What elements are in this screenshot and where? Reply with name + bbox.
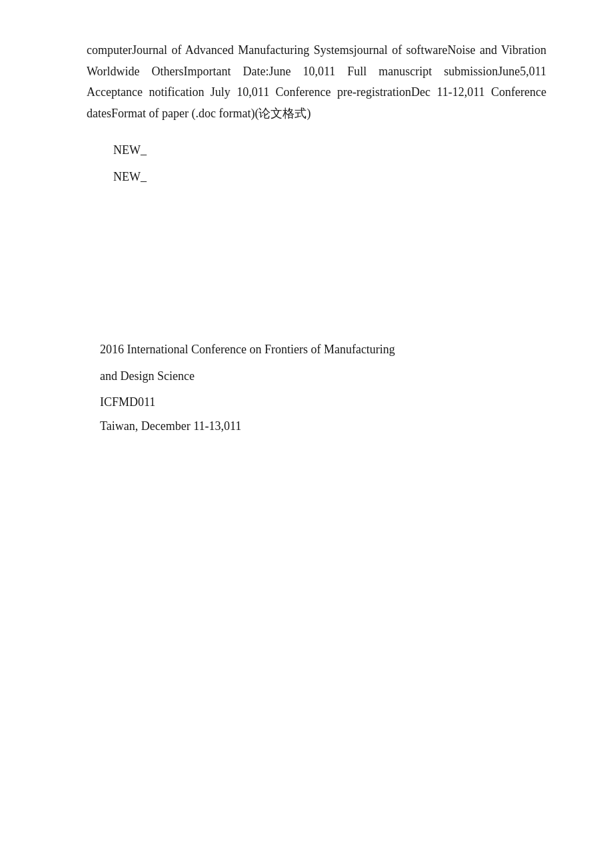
new-item-1: NEW_ bbox=[113, 140, 546, 161]
conference-title-line2: and Design Science bbox=[100, 366, 546, 387]
new-items-list: NEW_ NEW_ bbox=[87, 140, 546, 187]
main-paragraph: computerJournal of Advanced Manufacturin… bbox=[87, 40, 546, 124]
new-item-2: NEW_ bbox=[113, 167, 546, 188]
conference-title-line1: 2016 International Conference on Frontie… bbox=[100, 339, 546, 361]
conference-code: ICFMD011 bbox=[100, 392, 546, 413]
spacer bbox=[87, 193, 546, 326]
conference-block: 2016 International Conference on Frontie… bbox=[87, 339, 546, 437]
page-container: computerJournal of Advanced Manufacturin… bbox=[0, 0, 613, 868]
conference-location: Taiwan, December 11-13,011 bbox=[100, 416, 546, 437]
